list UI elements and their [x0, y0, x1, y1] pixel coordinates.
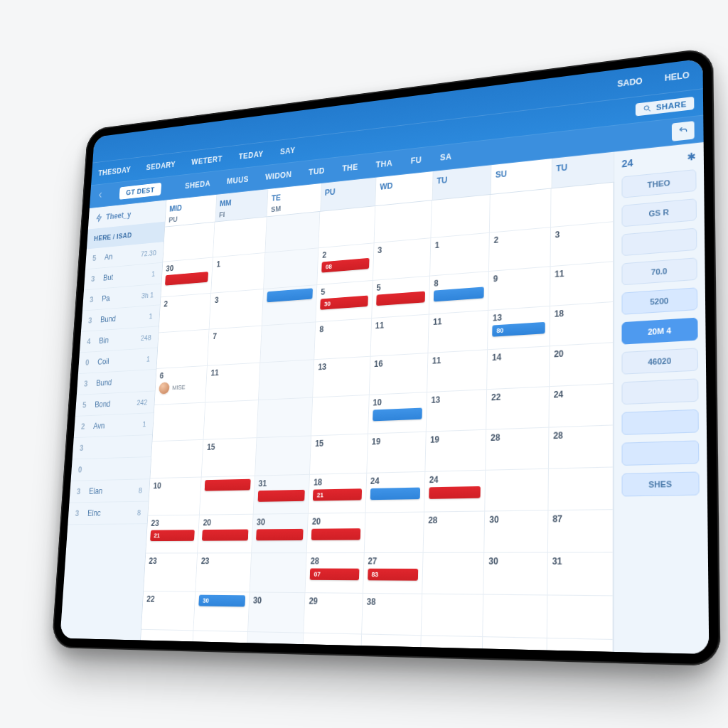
- calendar-day-cell[interactable]: [547, 638, 614, 654]
- calendar-day-cell[interactable]: 28: [486, 428, 549, 471]
- calendar-event[interactable]: 21: [313, 488, 362, 500]
- calendar-day-cell[interactable]: [250, 553, 306, 593]
- calendar-event[interactable]: [267, 288, 313, 302]
- calendar-day-cell[interactable]: [360, 634, 422, 654]
- secondary-tab[interactable]: WIDON: [265, 170, 292, 182]
- calendar-day-cell[interactable]: 1380: [488, 306, 550, 350]
- calendar-event[interactable]: 07: [310, 568, 359, 580]
- calendar-day-cell[interactable]: 8: [314, 318, 371, 360]
- calendar-day-cell[interactable]: [139, 630, 194, 655]
- calendar-day-cell[interactable]: [483, 595, 547, 638]
- calendar-day-cell[interactable]: 16: [369, 353, 428, 395]
- calendar-day-cell[interactable]: [262, 285, 317, 326]
- calendar-day-cell[interactable]: 20: [198, 515, 253, 554]
- calendar-event[interactable]: [165, 272, 208, 286]
- calendar-event[interactable]: [311, 528, 360, 540]
- nav-back-icon[interactable]: [97, 190, 105, 201]
- calendar-day-cell[interactable]: 10: [368, 392, 427, 434]
- rpanel-pill[interactable]: 46020: [621, 348, 698, 374]
- calendar-day-cell[interactable]: 20: [550, 343, 614, 387]
- calendar-day-cell[interactable]: [213, 217, 267, 257]
- calendar-day-cell[interactable]: 23: [196, 553, 251, 592]
- calendar-day-cell[interactable]: 22: [141, 592, 196, 631]
- calendar-day-cell[interactable]: 3: [373, 238, 431, 281]
- calendar-day-cell[interactable]: [192, 631, 248, 654]
- calendar-day-cell[interactable]: [551, 183, 614, 228]
- calendar-event[interactable]: 83: [368, 569, 418, 581]
- sidebar-item[interactable]: 3Elan8: [69, 479, 149, 503]
- calendar-day-cell[interactable]: 28: [423, 512, 485, 553]
- undo-icon[interactable]: [672, 121, 695, 141]
- rpanel-pill[interactable]: SHES: [621, 471, 699, 496]
- calendar-day-cell[interactable]: 19: [425, 430, 486, 472]
- calendar-day-cell[interactable]: 2807: [306, 553, 365, 594]
- calendar-day-cell[interactable]: [431, 195, 491, 238]
- calendar-day-cell[interactable]: 13: [427, 390, 488, 432]
- primary-tab[interactable]: WETERT: [191, 154, 223, 167]
- calendar-day-cell[interactable]: 208: [317, 243, 374, 285]
- calendar-day-cell[interactable]: [548, 467, 614, 510]
- calendar-day-cell[interactable]: 31: [253, 475, 310, 515]
- sidebar-item[interactable]: 5Bond242: [75, 391, 155, 417]
- calendar-day-cell[interactable]: [204, 400, 259, 440]
- sidebar-item[interactable]: 2Avn1: [74, 413, 154, 438]
- calendar-day-cell[interactable]: 530: [316, 281, 373, 322]
- calendar-day-cell[interactable]: 20: [307, 513, 365, 553]
- calendar-day-cell[interactable]: 24: [424, 471, 486, 513]
- calendar-day-cell[interactable]: [152, 403, 205, 442]
- calendar-day-cell[interactable]: [150, 440, 203, 478]
- calendar-day-cell[interactable]: [200, 476, 255, 515]
- secondary-tab[interactable]: MUUS: [227, 175, 249, 186]
- search-button[interactable]: SHARE: [636, 97, 695, 117]
- calendar-day-cell[interactable]: [156, 330, 209, 369]
- calendar-day-cell[interactable]: 7: [208, 326, 262, 366]
- calendar-day-cell[interactable]: [265, 212, 320, 253]
- calendar-day-cell[interactable]: 24: [365, 472, 425, 513]
- calendar-event[interactable]: [370, 488, 420, 500]
- secondary-tab[interactable]: SA: [440, 151, 452, 162]
- primary-tab[interactable]: TEDAY: [238, 149, 264, 161]
- calendar-day-cell[interactable]: 30: [483, 553, 547, 596]
- rpanel-pill[interactable]: [621, 410, 698, 435]
- calendar-day-cell[interactable]: [490, 188, 551, 232]
- ribbon-top-item[interactable]: HELO: [665, 70, 690, 83]
- calendar-day-cell[interactable]: 18: [550, 302, 614, 346]
- calendar-day-cell[interactable]: 30: [484, 510, 548, 552]
- calendar-event[interactable]: 30: [199, 595, 245, 607]
- calendar-day-cell[interactable]: 2: [159, 294, 211, 333]
- calendar-day-cell[interactable]: 6MISE: [154, 366, 208, 405]
- calendar-day-cell[interactable]: [482, 637, 547, 654]
- calendar-day-cell[interactable]: 15: [310, 434, 368, 475]
- rpanel-pill[interactable]: [621, 378, 698, 405]
- calendar-day-cell[interactable]: [260, 322, 316, 363]
- calendar-day-cell[interactable]: [257, 398, 313, 439]
- calendar-day-cell[interactable]: 29: [304, 593, 363, 634]
- calendar-day-cell[interactable]: 15: [202, 438, 257, 477]
- calendar-event[interactable]: [373, 408, 422, 422]
- today-button[interactable]: GT DEST: [119, 183, 162, 200]
- calendar-day-cell[interactable]: 11: [428, 311, 488, 353]
- calendar-day-cell[interactable]: [374, 200, 432, 243]
- rpanel-pill[interactable]: 20M 4: [621, 318, 697, 345]
- calendar-event[interactable]: [434, 287, 484, 301]
- calendar-day-cell[interactable]: 5: [372, 277, 430, 318]
- calendar-day-cell[interactable]: [163, 223, 215, 262]
- calendar-day-cell[interactable]: [302, 633, 361, 655]
- calendar-day-cell[interactable]: 28: [549, 425, 614, 469]
- sidebar-item[interactable]: 3Elnc8: [68, 502, 148, 525]
- secondary-tab[interactable]: TUD: [309, 166, 325, 177]
- calendar-day-cell[interactable]: 24: [549, 384, 614, 428]
- calendar-day-cell[interactable]: 2: [489, 228, 550, 272]
- sparkle-icon[interactable]: ✱: [687, 150, 696, 163]
- avatar-event[interactable]: MISE: [159, 380, 203, 395]
- calendar-day-cell[interactable]: 13: [313, 357, 370, 398]
- calendar-day-cell[interactable]: [420, 636, 483, 654]
- calendar-day-cell[interactable]: 11: [205, 363, 260, 403]
- secondary-tab[interactable]: THA: [375, 159, 392, 170]
- primary-tab[interactable]: THESDAY: [98, 165, 131, 177]
- rpanel-pill[interactable]: THEO: [621, 169, 696, 198]
- calendar-event[interactable]: [376, 291, 425, 306]
- calendar-day-cell[interactable]: [264, 248, 319, 289]
- primary-tab[interactable]: SAY: [280, 146, 296, 156]
- rpanel-pill[interactable]: GS R: [621, 198, 697, 227]
